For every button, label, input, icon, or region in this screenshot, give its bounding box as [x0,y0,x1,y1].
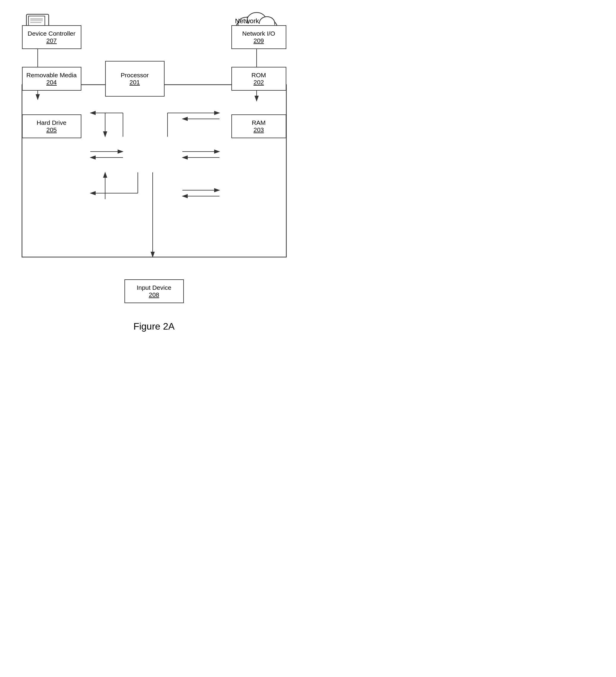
removable-media-num: 204 [46,79,57,86]
svg-rect-20 [22,85,286,257]
device-controller-num: 207 [46,37,57,44]
rom-num: 202 [253,79,264,86]
removable-media-name: Removable Media [27,72,77,79]
network-io-name: Network I/O [242,30,275,37]
input-device-box: Input Device 208 [125,279,184,303]
processor-name: Processor [121,72,149,79]
diagram: 206 Network 210 200 Device Controller 20… [13,9,295,312]
ram-num: 203 [253,126,264,133]
removable-media-box: Removable Media 204 [22,67,81,91]
ram-box: RAM 203 [231,115,286,138]
processor-box: Processor 201 [105,61,164,97]
device-controller-box: Device Controller 207 [22,25,81,49]
rom-name: ROM [251,72,266,79]
rom-box: ROM 202 [231,67,286,91]
ram-name: RAM [252,119,266,126]
device-controller-name: Device Controller [28,30,76,37]
input-device-name: Input Device [137,284,172,291]
figure-caption: Figure 2A [133,321,175,332]
network-name: Network [235,17,259,25]
hard-drive-box: Hard Drive 205 [22,115,81,138]
processor-num: 201 [130,79,140,86]
network-io-box: Network I/O 209 [231,25,286,49]
hard-drive-num: 205 [46,126,57,133]
network-io-num: 209 [253,37,264,44]
hard-drive-name: Hard Drive [37,119,66,126]
input-device-num: 208 [149,291,159,299]
